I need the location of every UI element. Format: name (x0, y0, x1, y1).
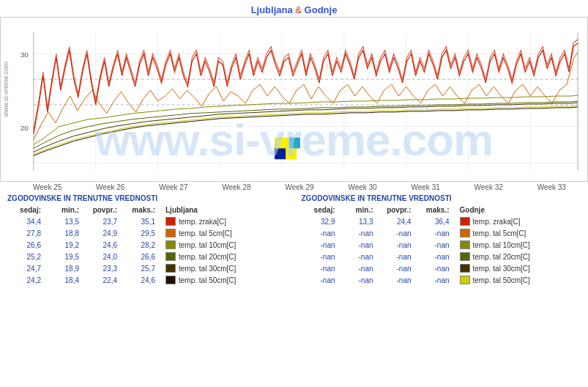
legend-color (460, 217, 470, 226)
legend-color (460, 276, 470, 284)
legend-label: temp. zraka[C] (179, 218, 226, 226)
header-povpr: povpr.: (83, 206, 122, 214)
legend-item: temp. tal 20cm[C] (460, 251, 530, 262)
chart-title: Ljubljana & Godnje (0, 0, 588, 17)
table-row: 25,219,524,026,6 (7, 251, 160, 262)
table-row: 27,818,824,929,5 (7, 227, 160, 239)
legend-label: temp. tal 10cm[C] (179, 241, 236, 249)
legend-color (165, 217, 176, 226)
legend-label: temp. tal 20cm[C] (473, 253, 530, 261)
header2-maks: maks.: (416, 206, 454, 214)
table-row: 24,218,422,424,6 (7, 274, 160, 286)
table-row: -nan-nan-nan-nan (302, 251, 454, 262)
table-row: -nan-nan-nan-nan (302, 262, 454, 274)
legend-label: temp. tal 5cm[C] (473, 229, 526, 237)
section2-data-rows: 32,913,324,436,4-nan-nan-nan-nan-nan-nan… (302, 215, 454, 286)
legend-item: temp. tal 20cm[C] (165, 251, 236, 262)
legend-label: temp. tal 30cm[C] (179, 265, 236, 273)
week-label-32: Week 32 (475, 183, 503, 191)
legend-color (165, 276, 176, 284)
svg-rect-21 (275, 148, 286, 159)
title-ampersand: & (293, 4, 305, 15)
week-label-26: Week 26 (96, 183, 124, 191)
legend-label: temp. tal 10cm[C] (473, 241, 530, 249)
legend-color (460, 240, 470, 249)
legend-label: temp. tal 20cm[C] (179, 253, 236, 261)
legend-label: temp. zraka[C] (473, 218, 521, 226)
week-label-28: Week 28 (222, 183, 250, 191)
header-sedaj: sedaj: (7, 206, 45, 214)
table-row: -nan-nan-nan-nan (302, 227, 454, 239)
table-row: 26,619,224,628,2 (7, 239, 160, 251)
legend-item: temp. tal 50cm[C] (165, 274, 236, 286)
side-label: www.si-vreme.com (2, 62, 10, 117)
week-label-30: Week 30 (348, 183, 376, 191)
section2-location: Godnje (460, 204, 530, 215)
table-row: 24,718,923,325,7 (7, 262, 160, 274)
section2-legend-items: temp. zraka[C]temp. tal 5cm[C]temp. tal … (460, 215, 530, 286)
chart-svg: 30 20 (1, 18, 587, 181)
chart-area: 30 20 www.si-vreme. (0, 17, 588, 182)
title-part2: Godnje (305, 4, 338, 15)
section1-header: sedaj: min.: povpr.: maks.: (7, 204, 160, 215)
legend-item: temp. tal 10cm[C] (460, 239, 530, 251)
week-label-31: Week 31 (411, 183, 439, 191)
week-label-33: Week 33 (537, 183, 566, 191)
legend-color (460, 229, 470, 237)
table-row: -nan-nan-nan-nan (302, 274, 454, 286)
section1-data-rows: 34,413,523,735,127,818,824,929,526,619,2… (7, 215, 160, 286)
legend-item: temp. tal 50cm[C] (460, 274, 530, 286)
section1-legend-items: temp. zraka[C]temp. tal 5cm[C]temp. tal … (165, 215, 236, 286)
legend-color (165, 240, 176, 249)
header-maks: maks.: (122, 206, 160, 214)
legend-color (460, 252, 470, 261)
section2-title: ZGODOVINSKE IN TRENUTNE VREDNOSTI (302, 194, 581, 202)
legend-item: temp. tal 5cm[C] (165, 227, 236, 239)
header-min: min.: (45, 206, 83, 214)
legend-color (165, 252, 176, 261)
section2-numbers: sedaj: min.: povpr.: maks.: 32,913,324,4… (302, 204, 454, 286)
header2-sedaj: sedaj: (302, 206, 340, 214)
week-label-27: Week 27 (159, 183, 187, 191)
legend-color (165, 229, 176, 237)
section2-header: sedaj: min.: povpr.: maks.: (302, 204, 454, 215)
title-part1: Ljubljana (251, 4, 293, 15)
both-sections: ZGODOVINSKE IN TRENUTNE VREDNOSTI sedaj:… (0, 191, 588, 286)
table-row: 34,413,523,735,1 (7, 215, 160, 227)
legend-label: temp. tal 30cm[C] (473, 265, 530, 273)
table-row: 32,913,324,436,4 (302, 215, 454, 227)
section1-title: ZGODOVINSKE IN TRENUTNE VREDNOSTI (7, 194, 287, 202)
legend-item: temp. tal 5cm[C] (460, 227, 530, 239)
legend-item: temp. zraka[C] (460, 215, 530, 227)
legend-item: temp. zraka[C] (165, 215, 236, 227)
section1-numbers: sedaj: min.: povpr.: maks.: 34,413,523,7… (7, 204, 160, 286)
section2: ZGODOVINSKE IN TRENUTNE VREDNOSTI sedaj:… (302, 194, 581, 286)
legend-item: temp. tal 30cm[C] (165, 262, 236, 274)
legend-label: temp. tal 50cm[C] (473, 276, 530, 284)
legend-color (165, 264, 176, 273)
section1: ZGODOVINSKE IN TRENUTNE VREDNOSTI sedaj:… (7, 194, 287, 286)
legend-item: temp. tal 30cm[C] (460, 262, 530, 274)
svg-rect-20 (289, 138, 300, 149)
svg-text:20: 20 (21, 124, 29, 132)
header2-min: min.: (340, 206, 378, 214)
legend-color (460, 264, 470, 273)
week-label-29: Week 29 (285, 183, 313, 191)
week-label-25: Week 25 (33, 183, 62, 191)
section1-location: Ljubljana (165, 204, 236, 215)
svg-text:30: 30 (21, 51, 29, 59)
section2-legend: Godnje temp. zraka[C]temp. tal 5cm[C]tem… (460, 204, 530, 286)
section1-legend: Ljubljana temp. zraka[C]temp. tal 5cm[C]… (165, 204, 236, 286)
x-axis-labels: Week 25 Week 26 Week 27 Week 28 Week 29 … (0, 182, 588, 191)
legend-item: temp. tal 10cm[C] (165, 239, 236, 251)
legend-label: temp. tal 50cm[C] (179, 276, 236, 284)
header2-povpr: povpr.: (378, 206, 416, 214)
legend-label: temp. tal 5cm[C] (179, 229, 232, 237)
table-row: -nan-nan-nan-nan (302, 239, 454, 251)
